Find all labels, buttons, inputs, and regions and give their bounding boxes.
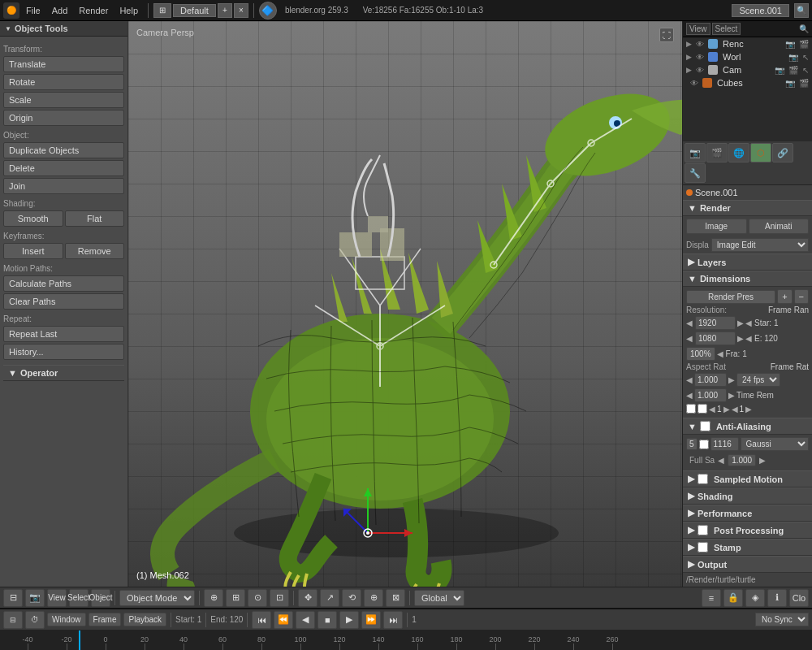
timeline-playhead[interactable] bbox=[79, 630, 80, 650]
cb2[interactable] bbox=[698, 404, 707, 414]
rotate-btn[interactable]: Rotate bbox=[3, 74, 124, 90]
menu-file[interactable]: File bbox=[21, 4, 45, 17]
camera-view-btn[interactable]: 📷 bbox=[25, 589, 45, 607]
mesh-select-btn[interactable]: ⊡ bbox=[270, 589, 289, 607]
pivot-btn[interactable]: ⊕ bbox=[204, 589, 223, 607]
display-select[interactable]: Image Edit bbox=[711, 238, 809, 252]
image-render-btn[interactable]: Image bbox=[686, 219, 747, 234]
performance-header[interactable]: Performance bbox=[683, 505, 812, 522]
cam-cursor2[interactable]: ↖ bbox=[802, 66, 809, 75]
stamp-header[interactable]: Stamp bbox=[683, 539, 812, 556]
prop-scene-icon-btn[interactable]: 🎬 bbox=[706, 143, 728, 162]
outliner-view-btn[interactable]: View bbox=[686, 23, 710, 35]
shading-header[interactable]: Shading bbox=[683, 488, 812, 505]
aa-size[interactable] bbox=[710, 437, 739, 451]
overlay-btn[interactable]: ◈ bbox=[745, 589, 765, 607]
aa-header[interactable]: Anti-Aliasing bbox=[683, 418, 812, 435]
tl-type-btn[interactable]: ⊟ bbox=[3, 611, 23, 629]
viewport-type-btn[interactable]: ⊟ bbox=[3, 589, 23, 607]
preset-add-btn[interactable]: + bbox=[777, 289, 792, 304]
tool2-btn[interactable]: ↗ bbox=[320, 589, 339, 607]
aa-filter-select[interactable]: Gaussi bbox=[741, 437, 809, 451]
jump-start-btn[interactable]: ⏮ bbox=[252, 611, 271, 629]
resolution-height[interactable] bbox=[695, 332, 736, 345]
prev-frame-btn[interactable]: ⏪ bbox=[274, 611, 293, 629]
sampled-motion-cb[interactable] bbox=[698, 474, 708, 484]
tool5-btn[interactable]: ⊠ bbox=[386, 589, 405, 607]
repeat-last-btn[interactable]: Repeat Last bbox=[3, 326, 124, 342]
cb1[interactable] bbox=[686, 404, 696, 414]
prop-world-icon-btn[interactable]: 🌐 bbox=[728, 143, 749, 162]
close-layout-btn[interactable]: × bbox=[234, 3, 248, 18]
tl-window-btn[interactable]: Window bbox=[47, 613, 86, 626]
add-layout-btn[interactable]: + bbox=[218, 3, 232, 18]
menu-add[interactable]: Add bbox=[47, 4, 73, 17]
delete-btn[interactable]: Delete bbox=[3, 160, 124, 176]
aspect-x[interactable] bbox=[694, 373, 727, 387]
dimensions-header[interactable]: Dimensions bbox=[683, 271, 812, 287]
translate-btn[interactable]: Translate bbox=[3, 56, 124, 72]
prop-edit-btn[interactable]: ⊙ bbox=[248, 589, 267, 607]
menu-help[interactable]: Help bbox=[114, 4, 143, 17]
scale-btn[interactable]: Scale bbox=[3, 92, 124, 108]
view-menu-btn[interactable]: View bbox=[47, 589, 67, 607]
layers-header[interactable]: Layers bbox=[683, 254, 812, 271]
close-btn[interactable]: Clo bbox=[789, 589, 809, 607]
object-menu-btn[interactable]: Object bbox=[91, 589, 110, 607]
select-menu-btn[interactable]: Select bbox=[69, 589, 89, 607]
scene-search-btn[interactable]: 🔍 bbox=[794, 3, 809, 18]
worl-cursor[interactable]: ↖ bbox=[802, 53, 809, 62]
outliner-item-cam[interactable]: ▶ 👁 Cam 📷 🎬 ↖ bbox=[683, 63, 812, 76]
outliner-item-renc[interactable]: ▶ 👁 Renc 📷 🎬 bbox=[683, 37, 812, 50]
render-section-header[interactable]: Render bbox=[683, 200, 812, 216]
outliner-search[interactable]: 🔍 bbox=[799, 24, 809, 33]
outliner-item-cubes[interactable]: 👁 Cubes 📷 🎬 bbox=[683, 76, 812, 89]
outliner-item-worl[interactable]: ▶ 👁 Worl 📷 ↖ bbox=[683, 50, 812, 63]
prop-object-icon-btn[interactable]: ⬡ bbox=[750, 143, 771, 162]
play-btn[interactable]: ▶ bbox=[339, 611, 359, 629]
stamp-cb[interactable] bbox=[698, 542, 708, 552]
aspect-y[interactable] bbox=[694, 388, 727, 402]
viewport[interactable]: Camera Persp ⛶ (1) Mesh.062 bbox=[128, 21, 682, 587]
smooth-btn[interactable]: Smooth bbox=[3, 210, 63, 227]
preset-remove-btn[interactable]: − bbox=[794, 289, 809, 304]
history-btn[interactable]: History... bbox=[3, 344, 124, 360]
outliner-select-btn[interactable]: Select bbox=[712, 23, 741, 35]
info-btn[interactable]: ℹ bbox=[767, 589, 787, 607]
operator-header[interactable]: Operator bbox=[3, 365, 124, 381]
fps-select[interactable]: 24 fps bbox=[736, 373, 780, 387]
remove-btn[interactable]: Remove bbox=[65, 243, 125, 259]
tl-playback-btn[interactable]: Playback bbox=[123, 613, 166, 626]
lock-btn[interactable]: 🔒 bbox=[723, 589, 743, 607]
post-processing-cb[interactable] bbox=[698, 525, 708, 535]
insert-btn[interactable]: Insert bbox=[3, 243, 63, 259]
preset-btn[interactable]: Render Pres bbox=[686, 290, 775, 304]
percent-btn[interactable]: 100% bbox=[686, 347, 715, 361]
duplicate-btn[interactable]: Duplicate Objects bbox=[3, 142, 124, 158]
mode-select[interactable]: Object Mode bbox=[119, 590, 195, 606]
calculate-paths-btn[interactable]: Calculate Paths bbox=[3, 275, 124, 292]
layer-btn[interactable]: ≡ bbox=[702, 589, 721, 607]
sampled-motion-header[interactable]: Sampled Motion bbox=[683, 470, 812, 488]
tool3-btn[interactable]: ⟲ bbox=[342, 589, 361, 607]
aa-checkbox[interactable] bbox=[700, 421, 710, 431]
timeline-ruler[interactable]: -40 -20 0 20 40 60 80 100 120 140 160 18… bbox=[0, 630, 812, 650]
flat-btn[interactable]: Flat bbox=[65, 210, 125, 227]
tool4-btn[interactable]: ⊕ bbox=[364, 589, 383, 607]
clear-paths-btn[interactable]: Clear Paths bbox=[3, 293, 124, 310]
tl-frame-btn[interactable]: Frame bbox=[89, 613, 122, 626]
join-btn[interactable]: Join bbox=[3, 178, 124, 194]
stop-btn[interactable]: ■ bbox=[317, 611, 337, 629]
prop-constraint-icon-btn[interactable]: 🔗 bbox=[772, 143, 793, 162]
output-header[interactable]: Output bbox=[683, 556, 812, 573]
transform-orientation-select[interactable]: Global bbox=[414, 590, 464, 606]
next-frame-btn[interactable]: ⏩ bbox=[361, 611, 381, 629]
post-processing-header[interactable]: Post Processing bbox=[683, 522, 812, 539]
tl-icon-btn[interactable]: ⏱ bbox=[25, 611, 45, 629]
aa-s2-cb[interactable] bbox=[699, 440, 709, 449]
jump-end-btn[interactable]: ⏭ bbox=[383, 611, 403, 629]
tool1-btn[interactable]: ✥ bbox=[298, 589, 317, 607]
menu-render[interactable]: Render bbox=[74, 4, 113, 17]
play-back-btn[interactable]: ◀ bbox=[296, 611, 315, 629]
origin-btn[interactable]: Origin bbox=[3, 110, 124, 126]
